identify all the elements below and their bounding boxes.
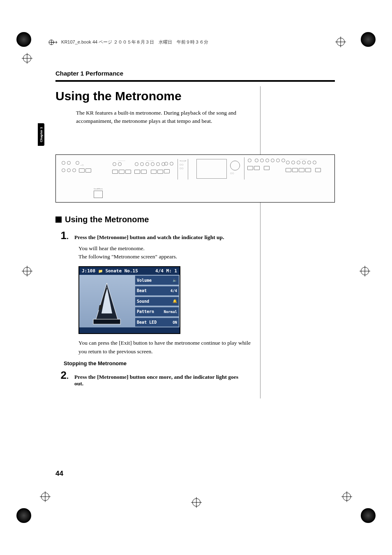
step-1-body-a: You will hear the metronome. xyxy=(78,244,255,253)
stopping-heading: Stopping the Metronome xyxy=(64,360,335,366)
lcd-metronome-graphic xyxy=(79,275,134,327)
page-title: Using the Metronome xyxy=(55,89,335,103)
instrument-panel-figure: —◯ ________ ________ ⟲ ◯ ◯⟳ ◯ ◯ ◯ ◯ xyxy=(55,154,335,203)
lcd-top-left: J:108 📁 Sonate No.15 xyxy=(82,268,138,274)
intro-text: The KR features a built-in metronome. Du… xyxy=(76,109,253,126)
step-2-text: Press the [Metronome] button once more, … xyxy=(74,371,239,387)
lcd-bottom-bar xyxy=(79,327,180,333)
after-lcd-text: You can press the [Exit] button to have … xyxy=(78,339,255,356)
step-2-number: 2 xyxy=(61,369,67,381)
metronome-screen-figure: J:108 📁 Sonate No.15 4/4 M: 1 xyxy=(78,266,180,334)
chapter-side-tab: Chapter 1 xyxy=(38,123,44,146)
header-arrow-icon xyxy=(48,39,58,45)
registration-mark-bc xyxy=(192,498,201,507)
step-2: 2. Press the [Metronome] button once mor… xyxy=(55,369,335,387)
running-header-text: KR107_e.book 44 ページ ２００５年８月３日 水曜日 午前９時３６… xyxy=(61,39,208,44)
lcd-row-beat: Beat4/4 xyxy=(135,286,179,296)
svg-rect-4 xyxy=(93,319,120,324)
section-subhead: Using the Metronome xyxy=(55,215,335,224)
chapter-header: Chapter 1 Performance xyxy=(55,70,335,77)
lcd-top-right: 4/4 M: 1 xyxy=(155,268,177,274)
header-rule xyxy=(55,80,335,82)
registration-mark-br xyxy=(343,493,351,501)
registration-mark-mr xyxy=(361,267,369,275)
step-1-text: Press the [Metronome] button and watch t… xyxy=(74,231,224,241)
lcd-row-sound: Sound🔔 xyxy=(135,297,179,306)
lcd-row-volume: Volume🔈 xyxy=(135,275,179,285)
step-1: 1. Press the [Metronome] button and watc… xyxy=(55,229,335,242)
running-header: KR107_e.book 44 ページ ２００５年８月３日 水曜日 午前９時３６… xyxy=(48,39,367,45)
square-bullet-icon xyxy=(55,216,62,223)
section-subhead-text: Using the Metronome xyxy=(65,215,149,224)
crop-circle-bl xyxy=(16,508,31,523)
crop-circle-tl xyxy=(16,32,31,47)
page-content: Chapter 1 Performance Using the Metronom… xyxy=(55,70,335,389)
registration-mark-ml xyxy=(23,267,31,275)
step-1-body-b: The following "Metronome screen" appears… xyxy=(78,253,255,261)
registration-mark-bl xyxy=(41,493,49,501)
page-number: 44 xyxy=(55,470,63,478)
step-1-number: 1 xyxy=(61,229,67,242)
crop-circle-br xyxy=(361,508,376,523)
registration-mark-tl xyxy=(23,54,31,62)
lcd-row-pattern: PatternNormal xyxy=(135,307,179,317)
lcd-row-beat-led: Beat LEDON xyxy=(135,318,179,327)
